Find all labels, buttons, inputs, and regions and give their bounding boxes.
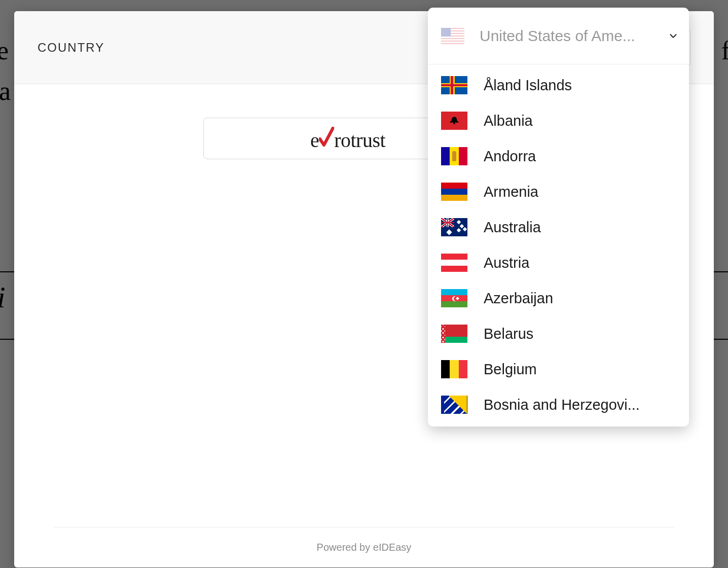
country-option-label: Åland Islands <box>484 77 572 94</box>
country-option-armenia[interactable]: Armenia <box>428 174 689 209</box>
country-option-label: Austria <box>484 255 529 271</box>
country-option-label: Armenia <box>484 184 538 200</box>
country-dropdown: United States of Ame... Åland Islands Al… <box>428 8 689 427</box>
flag-by-icon <box>441 325 467 343</box>
check-icon <box>319 127 334 154</box>
background-text: f <box>721 36 728 65</box>
modal-footer: Powered by eIDEasy <box>54 527 674 567</box>
country-option-albania[interactable]: Albania <box>428 103 689 138</box>
country-option-bosnia[interactable]: Bosnia and Herzegovi... <box>428 387 689 422</box>
country-option-label: Bosnia and Herzegovi... <box>484 397 640 413</box>
flag-at-icon <box>441 254 467 272</box>
country-option-label: Azerbaijan <box>484 290 553 307</box>
country-option-andorra[interactable]: Andorra <box>428 138 689 174</box>
country-option-australia[interactable]: Australia <box>428 209 689 245</box>
flag-au-icon <box>441 218 467 236</box>
chevron-down-icon <box>668 30 679 42</box>
flag-am-icon <box>441 183 467 201</box>
dropdown-list[interactable]: Åland Islands Albania Andorra Armenia Au… <box>428 64 689 427</box>
country-option-austria[interactable]: Austria <box>428 245 689 280</box>
flag-be-icon <box>441 360 467 378</box>
flag-az-icon <box>441 289 467 307</box>
country-label: COUNTRY <box>38 41 104 55</box>
flag-al-icon <box>441 112 467 130</box>
country-option-label: Belgium <box>484 361 537 378</box>
country-option-azerbaijan[interactable]: Azerbaijan <box>428 280 689 316</box>
country-option-aland-islands[interactable]: Åland Islands <box>428 67 689 103</box>
country-option-label: Belarus <box>484 326 533 342</box>
flag-ad-icon <box>441 147 467 165</box>
powered-by-text: Powered by eIDEasy <box>317 542 412 553</box>
flag-ax-icon <box>441 76 467 94</box>
evrotrust-logo: erotrust <box>310 125 385 152</box>
background-signature-text: i <box>0 280 6 315</box>
country-option-belgium[interactable]: Belgium <box>428 351 689 387</box>
country-option-label: Albania <box>484 113 533 129</box>
country-option-belarus[interactable]: Belarus <box>428 316 689 351</box>
dropdown-selected-text: United States of Ame... <box>480 27 663 45</box>
country-option-label: Australia <box>484 219 541 236</box>
dropdown-selected[interactable]: United States of Ame... <box>428 8 689 64</box>
background-text: e <box>0 36 9 65</box>
background-text: a <box>0 76 11 106</box>
flag-ba-icon <box>441 396 467 414</box>
flag-us-icon <box>441 28 464 44</box>
country-option-label: Andorra <box>484 148 536 165</box>
